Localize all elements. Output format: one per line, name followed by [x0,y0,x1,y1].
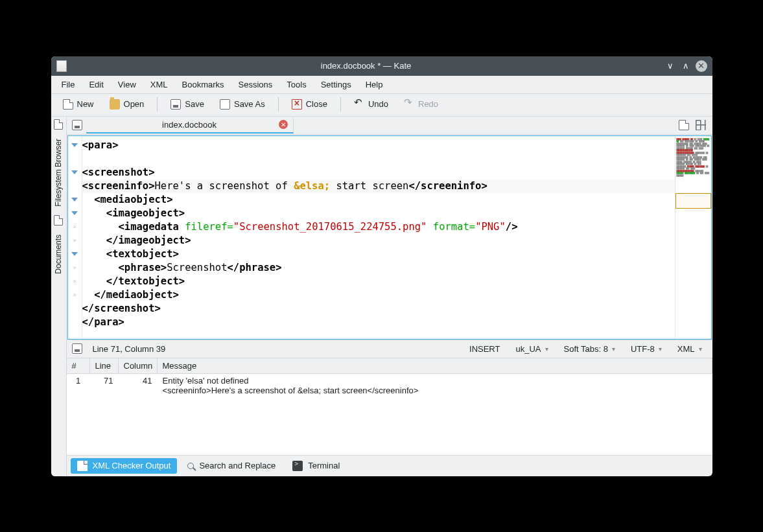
menu-edit[interactable]: Edit [82,77,110,92]
redo-label: Redo [418,99,438,109]
status-language[interactable]: XML▾ [672,343,707,355]
close-button[interactable]: Close [285,97,334,112]
new-tab-icon[interactable] [679,120,689,130]
save-as-button[interactable]: Save As [213,97,272,112]
tab-terminal[interactable]: Terminal [286,458,346,474]
sidebar-documents[interactable]: Documents [53,231,64,278]
save-as-icon [220,99,230,110]
filesystem-icon[interactable] [54,119,63,130]
new-label: New [77,99,94,109]
tab-search-replace[interactable]: Search and Replace [181,458,282,473]
tab-label: index.docbook [162,120,217,130]
msg-text: Entity 'elsa' not defined <screeninfo>He… [158,374,712,397]
xml-icon [77,461,88,471]
titlebar: index.docbook * — Kate ∨ ∧ ✕ [51,56,712,76]
search-label: Search and Replace [199,461,276,470]
save-tab-icon[interactable] [72,120,82,130]
save-label: Save [185,99,204,109]
col-number[interactable]: # [67,358,90,373]
undo-button[interactable]: Undo [347,97,395,112]
statusbar: Line 71, Column 39 INSERT uk_UA▾ Soft Ta… [67,340,712,358]
chevron-down-icon: ▾ [699,345,702,353]
col-column[interactable]: Column [119,358,158,373]
menu-help[interactable]: Help [359,77,390,92]
tab-close-icon[interactable]: ✕ [279,120,288,129]
messages-header: # Line Column Message [67,358,712,374]
status-position[interactable]: Line 71, Column 39 [88,343,171,355]
documents-icon[interactable] [54,215,63,226]
minimise-icon[interactable]: ∨ [664,60,676,72]
menu-bookmarks[interactable]: Bookmarks [176,77,231,92]
menubar: File Edit View XML Bookmarks Sessions To… [51,76,712,94]
separator [340,97,341,111]
terminal-icon [292,461,303,471]
status-locale[interactable]: uk_UA▾ [510,343,553,355]
body: Filesystem Browser Documents index.docbo… [51,117,712,476]
code-area[interactable]: <para> <screenshot><screeninfo>Here's a … [82,136,675,339]
terminal-label: Terminal [308,461,340,470]
separator [278,97,279,111]
menu-file[interactable]: File [55,77,82,92]
redo-icon [404,99,414,110]
left-sidebar: Filesystem Browser Documents [51,117,67,476]
window-close-icon[interactable]: ✕ [696,60,707,72]
bottom-tabs: XML Checker Output Search and Replace Te… [67,455,712,476]
msg-number: 1 [67,374,90,397]
new-document-icon [63,99,73,110]
msg-line: 71 [90,374,119,397]
undo-label: Undo [368,99,388,109]
menu-xml[interactable]: XML [144,77,174,92]
minimap[interactable]: ████ ██████ ██ ██ ████ █████ ██ ███ ████… [675,136,711,339]
save-button[interactable]: Save [164,97,211,112]
tab-xml-checker[interactable]: XML Checker Output [71,458,178,474]
document-icon [56,60,67,72]
fold-gutter[interactable]: »»»»» [68,136,82,339]
msg-column: 41 [119,374,158,397]
status-encoding[interactable]: UTF-8▾ [626,343,667,355]
xml-label: XML Checker Output [93,461,171,470]
minimap-viewport[interactable] [675,193,711,209]
toolbar: New Open Save Save As Close Undo Redo [51,94,712,117]
col-line[interactable]: Line [90,358,119,373]
split-view-icon[interactable] [696,120,706,130]
close-label: Close [306,99,327,109]
new-button[interactable]: New [56,97,100,112]
chevron-down-icon: ▾ [612,345,615,353]
separator [157,97,158,111]
undo-icon [354,99,364,110]
messages-panel: # Line Column Message 1 71 41 Entity 'el… [67,358,712,455]
open-button[interactable]: Open [103,97,151,112]
status-indent[interactable]: Soft Tabs: 8▾ [559,343,620,355]
sidebar-filesystem[interactable]: Filesystem Browser [53,135,64,211]
redo-button[interactable]: Redo [397,97,445,112]
menu-sessions[interactable]: Sessions [232,77,279,92]
chevron-down-icon: ▾ [545,345,548,353]
message-row[interactable]: 1 71 41 Entity 'elsa' not defined <scree… [67,374,712,397]
save-icon [170,99,181,110]
window-title: index.docbook * — Kate [72,61,661,71]
folder-open-icon [110,99,120,110]
open-label: Open [124,99,145,109]
save-as-label: Save As [234,99,265,109]
main-column: index.docbook ✕ »»»»» <para> <screenshot… [67,117,712,476]
col-message[interactable]: Message [158,358,712,373]
menu-view[interactable]: View [112,77,143,92]
tab-index-docbook[interactable]: index.docbook ✕ [86,117,294,133]
close-icon [292,99,302,110]
status-mode[interactable]: INSERT [464,343,505,355]
search-icon [187,463,194,469]
menu-settings[interactable]: Settings [314,77,358,92]
tabs-row: index.docbook ✕ [67,117,712,135]
maximise-icon[interactable]: ∧ [680,60,692,72]
chevron-down-icon: ▾ [659,345,662,353]
save-status-icon[interactable] [72,343,82,354]
app-window: index.docbook * — Kate ∨ ∧ ✕ File Edit V… [51,56,712,476]
editor[interactable]: »»»»» <para> <screenshot><screeninfo>Her… [67,135,712,340]
menu-tools[interactable]: Tools [280,77,312,92]
